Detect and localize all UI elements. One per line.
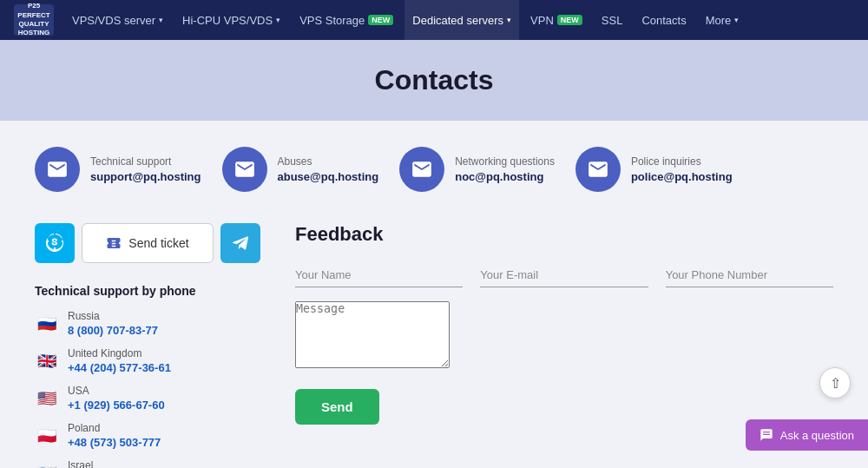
phone-field <box>666 263 833 287</box>
phone-number[interactable]: 8 (800) 707-83-77 <box>68 324 158 337</box>
nav-item-more[interactable]: More ▾ <box>698 0 747 40</box>
phone-list: 🇷🇺 Russia 8 (800) 707-83-77 🇬🇧 United Ki… <box>35 310 260 468</box>
send-ticket-label: Send ticket <box>128 236 188 250</box>
contact-card-abuses: Abuses abuse@pq.hosting <box>222 147 379 192</box>
contact-label: Police inquiries <box>631 155 733 168</box>
left-panel: Send ticket Technical support by phone 🇷… <box>35 223 260 468</box>
message-input[interactable] <box>295 301 450 368</box>
page-title-bar: Contacts <box>0 40 868 121</box>
contact-email[interactable]: police@pq.hosting <box>631 170 733 183</box>
contact-info-abuses: Abuses abuse@pq.hosting <box>278 155 379 183</box>
chevron-down-icon: ▾ <box>159 16 163 24</box>
new-badge: NEW <box>557 15 582 25</box>
phone-number[interactable]: +1 (929) 566-67-60 <box>68 399 165 412</box>
feedback-row-top <box>295 263 833 287</box>
main-content: Technical support support@pq.hosting Abu… <box>17 121 851 468</box>
new-badge: NEW <box>368 15 393 25</box>
skype-button[interactable] <box>35 223 75 263</box>
phone-number[interactable]: +48 (573) 503-777 <box>68 436 161 449</box>
lower-section: Send ticket Technical support by phone 🇷… <box>35 223 833 468</box>
contact-label: Technical support <box>90 155 201 168</box>
chevron-down-icon: ▾ <box>507 16 511 24</box>
action-buttons: Send ticket <box>35 223 260 263</box>
phone-support-title: Technical support by phone <box>35 284 260 298</box>
flag-poland: 🇵🇱 <box>35 427 59 445</box>
feedback-title: Feedback <box>295 223 833 246</box>
list-item: 🇬🇧 United Kingdom +44 (204) 577-36-61 <box>35 347 260 374</box>
contact-card-support: Technical support support@pq.hosting <box>35 147 201 192</box>
nav-item-dedicated[interactable]: Dedicated servers ▾ <box>404 0 519 40</box>
page-title: Contacts <box>0 64 868 96</box>
flag-uk: 🇬🇧 <box>35 353 59 370</box>
country-label: USA <box>68 385 165 397</box>
ticket-icon <box>106 235 122 251</box>
logo-icon: P25PERFECTQUALITYHOSTING <box>14 4 54 36</box>
main-nav: P25PERFECTQUALITYHOSTING VPS/VDS server … <box>0 0 868 40</box>
flag-russia: 🇷🇺 <box>35 315 59 333</box>
chevron-down-icon: ▾ <box>276 16 280 24</box>
email-icon <box>411 158 433 181</box>
list-item: 🇮🇱 Israel +972 (238) 03-556 <box>35 459 260 468</box>
nav-item-hicpu[interactable]: Hi-CPU VPS/VDS ▾ <box>174 0 288 40</box>
telegram-icon <box>230 233 251 254</box>
nav-item-vps-storage[interactable]: VPS Storage NEW <box>292 0 401 40</box>
name-input[interactable] <box>295 263 463 287</box>
ask-question-button[interactable]: Ask a question <box>746 419 868 451</box>
email-icon <box>46 158 69 181</box>
contact-label: Abuses <box>278 155 379 168</box>
nav-item-contacts[interactable]: Contacts <box>634 0 694 40</box>
name-field <box>295 263 463 287</box>
email-icon-circle <box>222 147 267 192</box>
ask-question-label: Ask a question <box>780 429 854 442</box>
phone-number[interactable]: +44 (204) 577-36-61 <box>68 361 171 374</box>
chevron-up-icon: ⇧ <box>830 375 841 392</box>
email-icon-circle <box>399 147 444 192</box>
nav-item-vps-vds[interactable]: VPS/VDS server ▾ <box>64 0 171 40</box>
contact-cards: Technical support support@pq.hosting Abu… <box>35 147 833 192</box>
send-button[interactable]: Send <box>295 389 379 425</box>
list-item: 🇺🇸 USA +1 (929) 566-67-60 <box>35 385 260 412</box>
flag-israel: 🇮🇱 <box>35 465 59 469</box>
scroll-top-button[interactable]: ⇧ <box>819 367 851 399</box>
flag-usa: 🇺🇸 <box>35 390 59 407</box>
list-item: 🇵🇱 Poland +48 (573) 503-777 <box>35 422 260 449</box>
country-label: Russia <box>68 310 158 322</box>
contact-card-networking: Networking questions noc@pq.hosting <box>399 147 555 192</box>
email-icon-circle <box>575 147 621 192</box>
email-input[interactable] <box>480 263 648 287</box>
email-icon <box>233 158 256 181</box>
contact-label: Networking questions <box>455 155 555 168</box>
contact-email[interactable]: noc@pq.hosting <box>455 170 555 183</box>
contact-info-support: Technical support support@pq.hosting <box>90 155 201 183</box>
contact-card-police: Police inquiries police@pq.hosting <box>575 147 733 192</box>
contact-email[interactable]: support@pq.hosting <box>90 170 201 183</box>
skype-icon <box>44 233 65 254</box>
nav-item-ssl[interactable]: SSL <box>594 0 631 40</box>
email-icon <box>587 158 609 181</box>
chat-icon <box>760 428 773 442</box>
contact-email[interactable]: abuse@pq.hosting <box>278 170 379 183</box>
nav-item-vpn[interactable]: VPN NEW <box>523 0 590 40</box>
message-field <box>295 301 833 372</box>
chevron-down-icon: ▾ <box>734 16 739 24</box>
country-label: Poland <box>68 422 161 434</box>
email-icon-circle <box>35 147 80 192</box>
phone-input[interactable] <box>666 263 833 287</box>
contact-info-networking: Networking questions noc@pq.hosting <box>455 155 555 183</box>
country-label: United Kingdom <box>68 347 171 359</box>
contact-info-police: Police inquiries police@pq.hosting <box>631 155 733 183</box>
country-label: Israel <box>68 459 161 468</box>
email-field <box>480 263 648 287</box>
send-ticket-button[interactable]: Send ticket <box>82 223 214 263</box>
logo[interactable]: P25PERFECTQUALITYHOSTING <box>14 4 54 36</box>
list-item: 🇷🇺 Russia 8 (800) 707-83-77 <box>35 310 260 337</box>
telegram-button[interactable] <box>220 223 260 263</box>
